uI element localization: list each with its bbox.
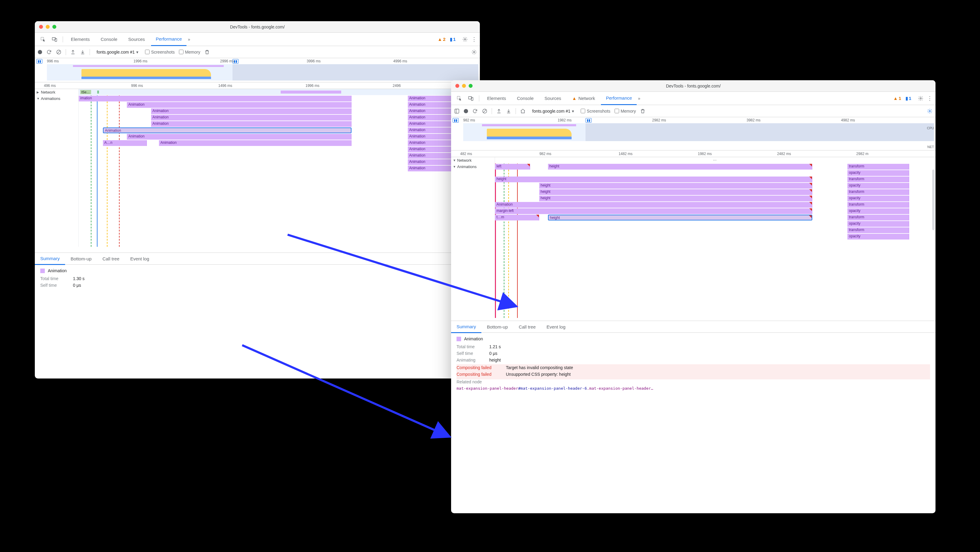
tab-sources[interactable]: Sources bbox=[124, 33, 150, 46]
anim-bar[interactable]: Animation bbox=[495, 202, 812, 208]
tab-bottom-up[interactable]: Bottom-up bbox=[481, 321, 513, 333]
pause-icon[interactable]: ▮▮ bbox=[453, 118, 459, 122]
tab-elements[interactable]: Elements bbox=[66, 33, 95, 46]
trash-icon[interactable] bbox=[204, 49, 210, 55]
clear-button[interactable] bbox=[482, 108, 487, 114]
anim-bar[interactable]: opacity bbox=[847, 221, 909, 227]
anim-bar[interactable]: A…n bbox=[103, 140, 147, 146]
device-toggle-icon[interactable] bbox=[466, 93, 476, 103]
anim-bar[interactable]: margin-left bbox=[495, 208, 812, 214]
network-track-header[interactable]: ▶Network bbox=[35, 89, 78, 95]
upload-icon[interactable] bbox=[70, 49, 76, 55]
tab-elements[interactable]: Elements bbox=[482, 92, 511, 105]
gear-icon[interactable] bbox=[460, 34, 470, 45]
warnings-badge[interactable]: ▲1 bbox=[893, 96, 901, 101]
anim-bar[interactable]: transform bbox=[847, 164, 909, 170]
kebab-icon[interactable]: ⋮ bbox=[471, 36, 477, 43]
anim-bar[interactable]: transform bbox=[847, 189, 909, 195]
network-track-header[interactable]: ▼Network bbox=[451, 157, 495, 164]
anim-bar[interactable]: height bbox=[539, 189, 812, 195]
anim-bar[interactable]: left bbox=[495, 164, 530, 170]
anim-bar[interactable]: height bbox=[495, 177, 812, 182]
tab-console[interactable]: Console bbox=[512, 92, 539, 105]
anim-bar[interactable]: Animation bbox=[151, 108, 352, 114]
kebab-icon[interactable]: ⋮ bbox=[927, 95, 932, 102]
memory-checkbox[interactable]: Memory bbox=[179, 50, 200, 54]
tab-bottom-up[interactable]: Bottom-up bbox=[65, 253, 97, 265]
network-track[interactable]: tSe… bbox=[79, 89, 480, 95]
warnings-badge[interactable]: ▲2 bbox=[438, 37, 445, 42]
time-ruler[interactable]: 482 ms 982 ms 1482 ms 1982 ms 2482 ms 29… bbox=[451, 151, 935, 157]
tab-console[interactable]: Console bbox=[96, 33, 123, 46]
more-tabs-icon[interactable]: » bbox=[638, 96, 640, 101]
tab-call-tree[interactable]: Call tree bbox=[97, 253, 125, 265]
anim-bar[interactable]: t…m bbox=[495, 215, 539, 220]
gear-icon[interactable] bbox=[915, 93, 926, 103]
anim-bar[interactable]: height bbox=[548, 215, 812, 220]
network-track[interactable]: ⋯ bbox=[495, 157, 935, 163]
tab-summary[interactable]: Summary bbox=[451, 321, 481, 333]
anim-bar[interactable]: Animation bbox=[151, 121, 352, 127]
animations-track[interactable]: imation AnimationAnimationAnimationAnima… bbox=[79, 95, 480, 247]
screenshots-checkbox[interactable]: Screenshots bbox=[145, 50, 175, 54]
inspect-icon[interactable] bbox=[38, 34, 48, 45]
record-button[interactable] bbox=[464, 109, 468, 113]
anim-bar[interactable]: opacity bbox=[847, 183, 909, 189]
reload-button[interactable] bbox=[472, 108, 478, 114]
home-icon[interactable] bbox=[520, 108, 526, 114]
trash-icon[interactable] bbox=[640, 108, 646, 114]
tab-event-log[interactable]: Event log bbox=[125, 253, 155, 265]
overview-minimap[interactable]: ▮▮ 996 ms 1996 ms 2996 ms 3996 ms 4996 m… bbox=[35, 58, 480, 82]
pause-icon-2[interactable]: ▮▮ bbox=[585, 118, 592, 122]
tab-sources[interactable]: Sources bbox=[540, 92, 566, 105]
flame-chart[interactable]: ▶Network tSe… ▼Animations imation Animat… bbox=[35, 89, 480, 253]
overview-minimap[interactable]: ▮▮ 982 ms 1982 ms 2982 ms 3982 ms 4982 m… bbox=[451, 117, 935, 151]
memory-checkbox[interactable]: Memory bbox=[614, 109, 636, 113]
anim-bar[interactable]: transform bbox=[847, 215, 909, 220]
upload-icon[interactable] bbox=[496, 108, 502, 114]
anim-bar[interactable]: transform bbox=[847, 202, 909, 208]
settings-gear-icon[interactable] bbox=[471, 49, 477, 55]
pause-icon[interactable]: ▮▮ bbox=[36, 59, 42, 64]
screenshots-checkbox[interactable]: Screenshots bbox=[581, 109, 610, 113]
animations-track-header[interactable]: ▼Animations bbox=[451, 164, 495, 170]
pause-icon-2[interactable]: ▮▮ bbox=[232, 59, 239, 64]
tab-call-tree[interactable]: Call tree bbox=[513, 321, 541, 333]
animations-track-header[interactable]: ▼Animations bbox=[35, 95, 78, 102]
device-toggle-icon[interactable] bbox=[49, 34, 60, 45]
anim-bar[interactable]: height bbox=[548, 164, 812, 170]
flame-chart[interactable]: ▼Network ⋯ ▼Animations leftheightheighth… bbox=[451, 157, 935, 321]
anim-bar[interactable]: Animation bbox=[127, 134, 352, 140]
anim-bar[interactable]: transform bbox=[847, 227, 909, 233]
download-icon[interactable] bbox=[80, 49, 85, 55]
anim-bar[interactable]: height bbox=[539, 183, 812, 189]
download-icon[interactable] bbox=[506, 108, 511, 114]
tab-summary[interactable]: Summary bbox=[35, 253, 65, 265]
anim-bar[interactable]: opacity bbox=[847, 234, 909, 240]
anim-bar[interactable]: opacity bbox=[847, 170, 909, 176]
anim-bar[interactable]: Animation bbox=[127, 102, 352, 108]
clear-button[interactable] bbox=[56, 49, 62, 55]
tab-network[interactable]: ▲Network bbox=[567, 92, 600, 105]
tab-performance[interactable]: Performance bbox=[601, 92, 637, 105]
record-button[interactable] bbox=[38, 50, 42, 54]
messages-badge[interactable]: ▮1 bbox=[905, 96, 911, 101]
issues-badge[interactable]: ▮1 bbox=[450, 37, 456, 42]
reload-button[interactable] bbox=[46, 49, 52, 55]
anim-bar[interactable]: imation bbox=[79, 96, 352, 102]
more-tabs-icon[interactable]: » bbox=[188, 37, 190, 42]
settings-gear-icon[interactable] bbox=[927, 108, 932, 114]
anim-bar[interactable]: height bbox=[539, 196, 812, 201]
anim-bar[interactable]: Animation bbox=[151, 115, 352, 121]
network-item[interactable]: tSe… bbox=[80, 90, 91, 94]
tab-event-log[interactable]: Event log bbox=[541, 321, 571, 333]
animations-track[interactable]: leftheightheightheightheightheightAnimat… bbox=[495, 164, 935, 318]
dock-icon[interactable] bbox=[454, 108, 460, 114]
related-node[interactable]: mat-expansion-panel-header#mat-expansion… bbox=[457, 386, 930, 391]
tab-performance[interactable]: Performance bbox=[151, 33, 187, 46]
recording-select[interactable]: fonts.google.com #1 ▾ bbox=[94, 49, 141, 56]
recording-select[interactable]: fonts.google.com #1▾ bbox=[530, 108, 576, 115]
anim-bar[interactable]: opacity bbox=[847, 196, 909, 201]
anim-bar[interactable]: Animation bbox=[103, 127, 352, 133]
anim-bar[interactable]: opacity bbox=[847, 208, 909, 214]
